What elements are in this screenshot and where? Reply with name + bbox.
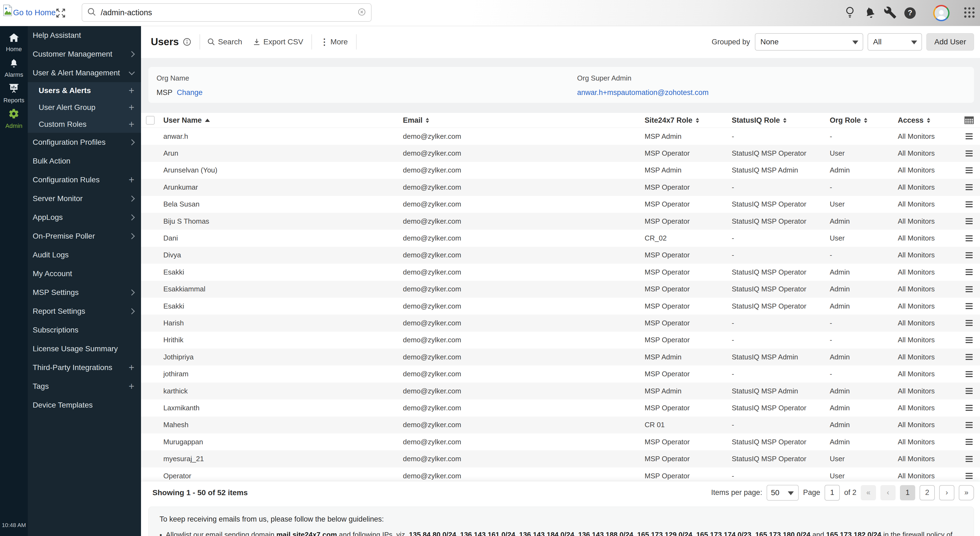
row-actions-menu-icon[interactable] — [966, 441, 973, 442]
row-actions-menu-icon[interactable] — [966, 170, 973, 171]
sidebar-menu-item[interactable]: Bulk Action — [28, 152, 141, 170]
help-icon[interactable]: ? — [904, 7, 916, 19]
sidebar-submenu-item[interactable]: User Alert Group — [28, 99, 141, 116]
sidebar-menu-item[interactable]: MSP Settings — [28, 283, 141, 302]
sidebar-menu-item[interactable]: Configuration Rules — [28, 170, 141, 189]
prev-page-button[interactable]: ‹ — [880, 485, 896, 500]
sidebar-menu-item[interactable]: Report Settings — [28, 302, 141, 320]
row-actions-menu-icon[interactable] — [966, 322, 973, 324]
table-row[interactable]: anwar.h demo@zylker.com MSP Admin - - Al… — [141, 128, 980, 145]
row-actions-menu-icon[interactable] — [966, 153, 973, 154]
table-row[interactable]: Harish demo@zylker.com MSP Operator - - … — [141, 314, 980, 331]
row-actions-menu-icon[interactable] — [966, 458, 973, 460]
sidebar-menu-item[interactable]: Customer Management — [28, 44, 141, 63]
row-actions-menu-icon[interactable] — [966, 220, 973, 222]
clear-search-icon[interactable] — [358, 8, 366, 17]
row-actions-menu-icon[interactable] — [966, 390, 973, 392]
table-row[interactable]: jothiram demo@zylker.com MSP Operator - … — [141, 365, 980, 382]
group-by-select[interactable]: None — [755, 33, 863, 51]
table-row[interactable]: karthick demo@zylker.com MSP Admin Statu… — [141, 382, 980, 400]
notifications-bell-icon[interactable] — [864, 6, 877, 20]
table-row[interactable]: Esakki demo@zylker.com MSP Operator Stat… — [141, 298, 980, 314]
sidebar-menu-item[interactable]: On-Premise Poller — [28, 227, 141, 246]
sidebar-submenu-item[interactable]: Custom Roles — [28, 116, 141, 133]
add-user-button[interactable]: Add User — [926, 33, 974, 51]
sidebar-menu-item[interactable]: Subscriptions — [28, 320, 141, 339]
column-header[interactable]: Site24x7 Role — [644, 116, 732, 125]
sidebar-menu-item[interactable]: Help Assistant — [28, 26, 141, 44]
page-2-button[interactable]: 2 — [920, 485, 935, 500]
admin-tools-wrench-icon[interactable] — [884, 6, 897, 20]
row-actions-menu-icon[interactable] — [966, 289, 973, 290]
bulb-tips-icon[interactable] — [844, 6, 856, 21]
sidebar-menu-item[interactable]: License Usage Summary — [28, 339, 141, 358]
row-actions-menu-icon[interactable] — [966, 255, 973, 256]
first-page-button[interactable]: « — [861, 485, 876, 500]
row-actions-menu-icon[interactable] — [966, 271, 973, 273]
column-chooser-button[interactable] — [964, 116, 974, 124]
row-actions-menu-icon[interactable] — [966, 407, 973, 408]
export-csv-button[interactable]: Export CSV — [253, 38, 303, 46]
table-row[interactable]: Bela Susan demo@zylker.com MSP Operator … — [141, 196, 980, 213]
sidebar-menu-item[interactable]: AppLogs — [28, 208, 141, 227]
row-actions-menu-icon[interactable] — [966, 238, 973, 239]
row-actions-menu-icon[interactable] — [966, 357, 973, 357]
org-change-link[interactable]: Change — [177, 89, 203, 97]
row-actions-menu-icon[interactable] — [966, 306, 973, 307]
user-avatar[interactable] — [933, 5, 950, 21]
items-per-page-select[interactable]: 50 — [767, 485, 799, 501]
table-row[interactable]: myesuraj_21 demo@zylker.com MSP Operator… — [141, 450, 980, 467]
select-all-checkbox[interactable] — [146, 116, 154, 125]
user-filter-select[interactable]: All — [867, 33, 922, 51]
sidebar-menu-item[interactable]: Server Monitor — [28, 189, 141, 208]
sidebar-menu-item[interactable]: Device Templates — [28, 396, 141, 414]
global-search-bar[interactable] — [82, 3, 372, 22]
home-logo-link[interactable]: Go to Home — [3, 4, 56, 17]
sidebar-menu-item[interactable]: Tags — [28, 377, 141, 396]
table-row[interactable]: Arun demo@zylker.com MSP Operator Status… — [141, 145, 980, 162]
rail-item-home[interactable]: Home — [0, 30, 28, 56]
row-actions-menu-icon[interactable] — [966, 187, 973, 188]
table-row[interactable]: Divya demo@zylker.com MSP Operator - - A… — [141, 247, 980, 264]
table-row[interactable]: Esakki demo@zylker.com MSP Operator Stat… — [141, 264, 980, 281]
row-actions-menu-icon[interactable] — [966, 425, 973, 425]
table-row[interactable]: Murugappan demo@zylker.com MSP Operator … — [141, 433, 980, 450]
more-actions-button[interactable]: ⋮ More — [320, 38, 348, 46]
sidebar-menu-item[interactable]: User & Alert Management — [28, 63, 141, 82]
table-row[interactable]: Hrithik demo@zylker.com MSP Operator - -… — [141, 331, 980, 349]
next-page-button[interactable]: › — [939, 485, 955, 500]
page-number-input[interactable] — [824, 485, 840, 501]
org-super-admin-email-link[interactable]: anwar.h+mspautomation@zohotest.com — [577, 89, 709, 97]
search-input[interactable] — [100, 8, 358, 17]
table-row[interactable]: Arunselvan (You) demo@zylker.com MSP Adm… — [141, 162, 980, 179]
row-actions-menu-icon[interactable] — [966, 339, 973, 341]
row-actions-menu-icon[interactable] — [966, 204, 973, 205]
column-header[interactable]: StatusIQ Role — [732, 116, 830, 125]
sidebar-menu-item[interactable]: My Account — [28, 264, 141, 283]
rail-item-alarms[interactable]: Alarms — [0, 56, 28, 81]
row-actions-menu-icon[interactable] — [966, 475, 973, 476]
sidebar-menu-item[interactable]: Configuration Profiles — [28, 133, 141, 152]
fullscreen-expand-icon[interactable] — [55, 8, 66, 19]
table-row[interactable]: Operator demo@zylker.com MSP Operator - … — [141, 468, 980, 481]
column-header[interactable]: Access — [898, 116, 958, 125]
page-1-button[interactable]: 1 — [900, 485, 915, 500]
row-actions-menu-icon[interactable] — [966, 136, 973, 137]
table-search-button[interactable]: Search — [207, 38, 242, 46]
row-actions-menu-icon[interactable] — [966, 374, 973, 375]
sidebar-menu-item[interactable]: Audit Logs — [28, 246, 141, 264]
rail-item-reports[interactable]: Reports — [0, 81, 28, 106]
table-row[interactable]: Laxmikanth demo@zylker.com MSP Operator … — [141, 400, 980, 416]
table-row[interactable]: Arunkumar demo@zylker.com MSP Operator -… — [141, 179, 980, 196]
column-header[interactable]: Org Role — [830, 116, 898, 125]
table-row[interactable]: Jothipriya demo@zylker.com MSP Admin Sta… — [141, 349, 980, 365]
table-row[interactable]: Dani demo@zylker.com CR_02 - User All Mo… — [141, 230, 980, 246]
apps-grid-icon[interactable] — [963, 6, 976, 20]
column-header[interactable]: Email — [403, 116, 644, 125]
last-page-button[interactable]: » — [959, 485, 974, 500]
sidebar-submenu-item[interactable]: Users & Alerts — [28, 82, 141, 99]
column-header[interactable]: User Name — [163, 116, 403, 125]
table-row[interactable]: Esakkiammal demo@zylker.com MSP Operator… — [141, 281, 980, 298]
info-icon[interactable] — [183, 38, 191, 46]
sidebar-menu-item[interactable]: Third-Party Integrations — [28, 358, 141, 377]
